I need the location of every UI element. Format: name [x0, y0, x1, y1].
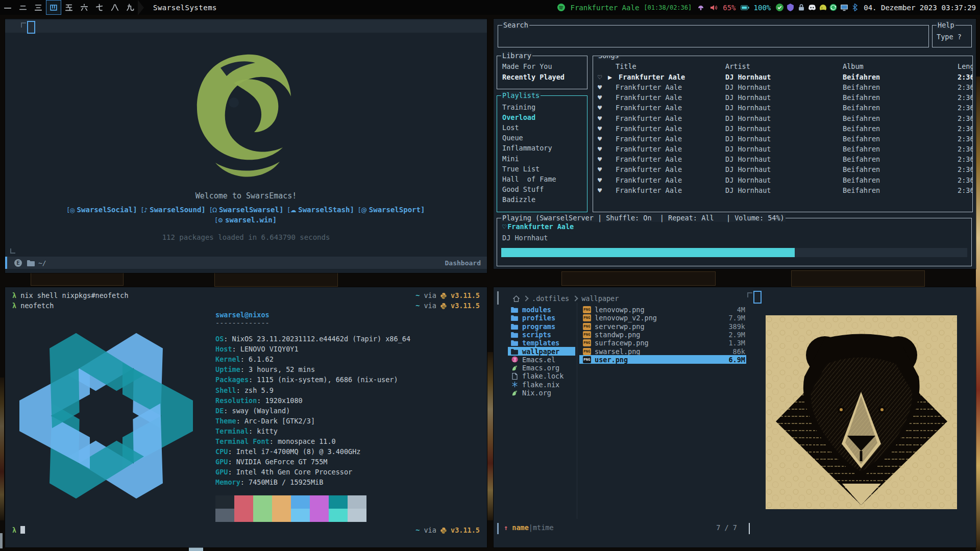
- heart-icon[interactable]: ♥: [598, 155, 602, 163]
- display-icon[interactable]: [840, 3, 848, 12]
- home-icon[interactable]: [513, 295, 520, 302]
- breadcrumb-part[interactable]: wallpaper: [581, 294, 619, 303]
- playlist-item-Overload[interactable]: Overload: [502, 113, 535, 121]
- password-icon[interactable]: [797, 3, 805, 12]
- heart-icon[interactable]: ♥: [598, 135, 602, 143]
- song-row[interactable]: ♡▶Frankfurter AaleDJ HornhautBeifahren2:…: [593, 73, 972, 83]
- dir-item-templates[interactable]: templates: [510, 339, 559, 347]
- song-row[interactable]: ♥Frankfurter AaleDJ HornhautBeifahren2:3…: [593, 83, 972, 93]
- heart-icon[interactable]: ♥: [598, 83, 602, 91]
- discord-icon[interactable]: [807, 3, 816, 12]
- file-item-lenovowp.png[interactable]: PNGlenovowp.png4M: [583, 306, 745, 314]
- spotify-icon[interactable]: [557, 3, 566, 12]
- song-row[interactable]: ♥Frankfurter AaleDJ HornhautBeifahren2:3…: [593, 176, 972, 186]
- dashboard-link-swarsel.win[interactable]: [⚙ swarsel.win]: [215, 216, 277, 224]
- dir-item-scripts[interactable]: scripts: [510, 331, 551, 339]
- file-item-standwp.png[interactable]: PNGstandwp.png2.9M: [583, 331, 745, 339]
- dashboard-link-SwarselSocial[interactable]: [◎ SwarselSocial]: [67, 206, 137, 214]
- dir-item-wallpaper[interactable]: wallpaper: [510, 347, 559, 356]
- dashboard-link-SwarselSound[interactable]: [♪ SwarselSound]: [141, 206, 206, 214]
- playlist-item-Mini[interactable]: Mini: [502, 155, 519, 163]
- shell-prompt[interactable]: λ: [12, 526, 25, 534]
- breadcrumb-part[interactable]: .dotfiles: [532, 294, 569, 303]
- column-header-Album[interactable]: Album: [843, 62, 864, 70]
- dir-item-Emacs.org[interactable]: Emacs.org: [510, 364, 559, 372]
- workspace-8[interactable]: [107, 0, 122, 15]
- dir-item-programs[interactable]: programs: [510, 322, 555, 331]
- bluetooth-icon[interactable]: [850, 3, 859, 12]
- battery-icon[interactable]: [741, 3, 749, 12]
- column-header-Title[interactable]: Title: [616, 62, 636, 70]
- song-row[interactable]: ♥Frankfurter AaleDJ HornhautBeifahren2:3…: [593, 124, 972, 135]
- pet-icon[interactable]: [818, 3, 827, 12]
- dir-item-Emacs.el[interactable]: Emacs.el: [510, 356, 555, 364]
- heart-icon[interactable]: ♥: [598, 176, 602, 184]
- check-icon[interactable]: [775, 3, 784, 12]
- org-icon: [510, 365, 519, 371]
- heart-outline-icon[interactable]: ♡: [502, 222, 506, 231]
- column-header-Leng[interactable]: Leng: [958, 62, 973, 70]
- dir-item-modules[interactable]: modules: [510, 306, 551, 314]
- workspace-7[interactable]: [92, 0, 107, 15]
- sort-field[interactable]: name: [512, 523, 529, 532]
- song-row[interactable]: ♥Frankfurter AaleDJ HornhautBeifahren2:3…: [593, 135, 972, 145]
- playlist-item-Inflammatory[interactable]: Inflammatory: [502, 144, 552, 152]
- sort-secondary[interactable]: |mtime: [529, 523, 554, 532]
- song-row[interactable]: ♥Frankfurter AaleDJ HornhautBeifahren2:3…: [593, 186, 972, 196]
- syncthing-icon[interactable]: [829, 3, 838, 12]
- library-item-Recently Played[interactable]: Recently Played: [502, 73, 565, 81]
- dir-item-Nix.org[interactable]: Nix.org: [510, 389, 551, 397]
- heart-icon[interactable]: ♥: [598, 186, 602, 194]
- sort-direction[interactable]: ↑: [504, 523, 508, 532]
- song-row[interactable]: ♥Frankfurter AaleDJ HornhautBeifahren2:3…: [593, 155, 972, 165]
- song-row[interactable]: ♥Frankfurter AaleDJ HornhautBeifahren2:3…: [593, 104, 972, 114]
- modeline-path[interactable]: ~/: [38, 259, 46, 267]
- yazi-cursor[interactable]: [753, 291, 762, 304]
- song-row[interactable]: ♥Frankfurter AaleDJ HornhautBeifahren2:3…: [593, 165, 972, 176]
- volume-icon[interactable]: [709, 3, 718, 12]
- file-item-serverwp.png[interactable]: PNGserverwp.png389k: [583, 322, 745, 331]
- playlist-item-True List[interactable]: True List: [502, 165, 540, 173]
- library-item-Made For You[interactable]: Made For You: [502, 62, 552, 70]
- heart-outline-icon[interactable]: ♡: [598, 73, 602, 81]
- heart-icon[interactable]: ♥: [598, 104, 602, 112]
- file-item-user.png[interactable]: PNGuser.png6.9M: [583, 356, 745, 364]
- dashboard-link-SwarselSwarsel[interactable]: [Ω SwarselSwarsel]: [210, 206, 283, 214]
- file-item-lenovowp_v2.png[interactable]: PNGlenovowp_v2.png7.9M: [583, 314, 745, 322]
- workspace-6[interactable]: [77, 0, 92, 15]
- dashboard-link-SwarselSport[interactable]: [@ SwarselSport]: [358, 206, 425, 214]
- playlist-item-Lost[interactable]: Lost: [502, 123, 519, 132]
- playlist-item-Training[interactable]: Training: [502, 103, 535, 111]
- workspace-2[interactable]: [15, 0, 31, 15]
- workspace-5[interactable]: [61, 0, 77, 15]
- vpn-icon[interactable]: [786, 3, 795, 12]
- playlist-item-Badizzle[interactable]: Badizzle: [502, 195, 535, 204]
- heart-icon[interactable]: ♥: [598, 124, 602, 133]
- column-header-Artist[interactable]: Artist: [725, 62, 750, 70]
- playlist-item-Good Stuff[interactable]: Good Stuff: [502, 185, 544, 193]
- progress-bar[interactable]: [501, 248, 967, 257]
- dir-item-flake.lock[interactable]: flake.lock: [510, 372, 564, 380]
- playlist-item-Queue[interactable]: Queue: [502, 134, 523, 142]
- song-row[interactable]: ♥Frankfurter AaleDJ HornhautBeifahren2:3…: [593, 145, 972, 155]
- song-row[interactable]: ♥Frankfurter AaleDJ HornhautBeifahren2:3…: [593, 93, 972, 104]
- heart-icon[interactable]: ♥: [598, 165, 602, 173]
- workspace-9[interactable]: [122, 0, 138, 15]
- dir-item-flake.nix[interactable]: flake.nix: [510, 381, 559, 389]
- heart-icon[interactable]: ♥: [598, 114, 602, 122]
- playlist-item-Hall of Fame[interactable]: Hall of Fame: [502, 175, 556, 183]
- applet-icon[interactable]: [696, 3, 705, 12]
- heart-icon[interactable]: ♥: [598, 93, 602, 102]
- song-row[interactable]: ♥Frankfurter AaleDJ HornhautBeifahren2:3…: [593, 114, 972, 124]
- workspace-3[interactable]: [31, 0, 46, 15]
- heart-icon[interactable]: ♥: [598, 145, 602, 153]
- dashboard-link-SwarselStash[interactable]: [☁ SwarselStash]: [288, 206, 354, 214]
- workspace-4[interactable]: [46, 0, 61, 15]
- dir-item-profiles[interactable]: profiles: [510, 314, 555, 322]
- file-item-swarsel.png[interactable]: PNGswarsel.png86k: [583, 347, 745, 356]
- workspace-1[interactable]: [0, 0, 15, 15]
- file-item-surfacewp.png[interactable]: PNGsurfacewp.png1.3M: [583, 339, 745, 347]
- search-box[interactable]: Search: [498, 25, 929, 47]
- emacs-cursor[interactable]: [27, 21, 35, 34]
- now-playing-title[interactable]: Frankfurter Aale: [570, 4, 639, 12]
